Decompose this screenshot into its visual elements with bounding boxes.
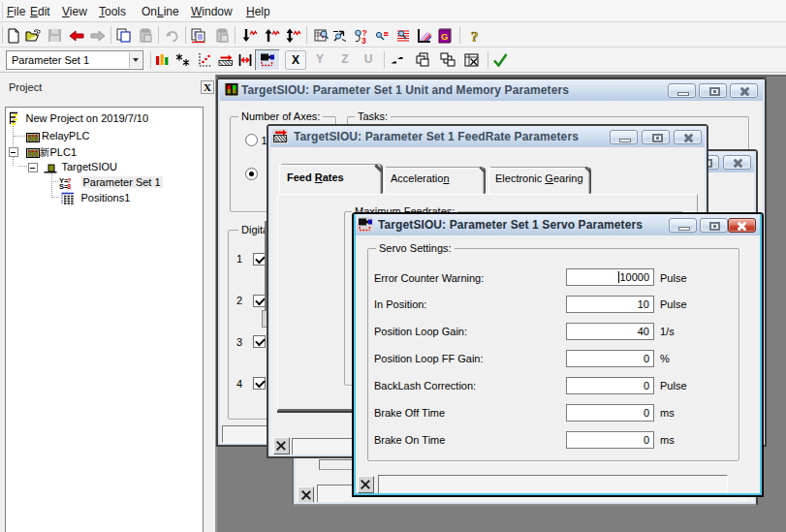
svg-text:?: ? [471,29,479,45]
svg-text:3: 3 [67,182,71,189]
svg-text:3: 3 [362,36,366,45]
svg-text:G: G [441,31,448,42]
